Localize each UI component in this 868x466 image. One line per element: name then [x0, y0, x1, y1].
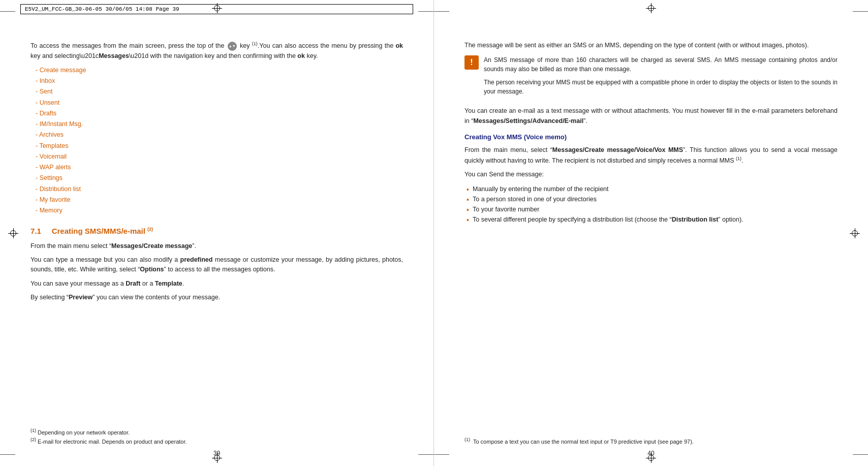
- warning-line2: The person receiving your MMS must be eq…: [484, 78, 838, 96]
- right-footnote-1: (1) To compose a text you can use the no…: [464, 437, 838, 446]
- menu-item-sent: Sent: [30, 86, 403, 97]
- warning-box: ! An SMS message of more than 160 charac…: [464, 55, 838, 100]
- menu-item-distribution: Distribution list: [30, 184, 403, 195]
- reg-mark-top: [212, 3, 222, 13]
- section-sup: (2): [147, 227, 153, 232]
- menu-item-drafts: Drafts: [30, 108, 403, 119]
- footnote-1: (1) Depending on your network operator.: [30, 427, 403, 437]
- edge-mark-bottom-left: [0, 454, 15, 455]
- menu-item-archives: Archives: [30, 130, 403, 140]
- menu-item-unsent: Unsent: [30, 98, 403, 108]
- warning-line1: An SMS message of more than 160 characte…: [484, 55, 838, 74]
- menu-item-wap: WAP alerts: [30, 162, 403, 173]
- right-footnotes: (1) To compose a text you can use the no…: [464, 437, 838, 446]
- send-bullets: Manually by entering the number of the r…: [464, 184, 838, 225]
- reg-mark-bottom-right: [646, 453, 656, 463]
- bullet-item-4: To several different people by specifyin…: [464, 214, 838, 225]
- left-page: E5V2_UM_FCC-GB_30-06-05 30/06/05 14:08 P…: [0, 0, 434, 466]
- right-edge-top-left: [434, 11, 449, 12]
- fn1-text: Depending on your network operator.: [38, 429, 130, 435]
- menu-item-im: IM/Instant Msg.: [30, 119, 403, 130]
- page-spread: E5V2_UM_FCC-GB_30-06-05 30/06/05 14:08 P…: [0, 0, 868, 466]
- reg-mark-right-center: [850, 228, 860, 238]
- menu-item-create-message: Create message: [30, 65, 403, 76]
- preview-para: By selecting “Preview” you can view the …: [30, 293, 403, 302]
- reg-mark-bottom-left: [212, 453, 222, 463]
- menu-item-favorite: My favorite: [30, 195, 403, 205]
- vox-para: From the main menu, select “Messages/Cre…: [464, 145, 838, 166]
- warning-icon-text: !: [470, 56, 473, 69]
- bullet-item-1: Manually by entering the number of the r…: [464, 184, 838, 194]
- menu-item-settings: Settings: [30, 173, 403, 183]
- header-text: E5V2_UM_FCC-GB_30-06-05 30/06/05 14:08 P…: [25, 6, 179, 12]
- fn2-text: E-mail for electronic mail. Depends on p…: [38, 439, 187, 445]
- bullet-item-2: To a person stored in one of your direct…: [464, 194, 838, 204]
- right-content: The message will be sent as either an SM…: [464, 41, 838, 225]
- footnote-2: (2) E-mail for electronic mail. Depends …: [30, 437, 403, 446]
- right-edge-bottom-right: [853, 454, 868, 455]
- warning-icon: !: [464, 55, 479, 70]
- menu-list: Create message Inbox Sent Unsent Drafts …: [30, 65, 403, 216]
- left-content: To access the messages from the main scr…: [30, 41, 403, 303]
- left-footnotes: (1) Depending on your network operator. …: [30, 427, 403, 446]
- right-edge-top-right: [853, 11, 868, 12]
- section-title: Creating SMS/MMS/e-mail: [52, 227, 145, 235]
- intro-text1: To access the messages from the main scr…: [30, 42, 224, 49]
- reg-mark-left-center: [8, 228, 18, 238]
- section-num: 7.1: [30, 227, 41, 235]
- nav-icon: ▲▼: [228, 42, 237, 51]
- edge-mark-top-right: [418, 11, 433, 12]
- save-para: You can save your message as a Draft or …: [30, 279, 403, 289]
- intro-paragraph: To access the messages from the main scr…: [30, 41, 403, 61]
- from-menu-para: From the main menu select “Messages/Crea…: [30, 241, 403, 251]
- right-fn1-num: (1): [464, 437, 470, 442]
- email-para: You can create an e-mail as a text messa…: [464, 106, 838, 126]
- right-fn1-text: To compose a text you can use the normal…: [473, 439, 694, 445]
- reg-mark-top-right: [646, 3, 656, 13]
- fn2-num: (2): [30, 437, 36, 442]
- right-page: The message will be sent as either an SM…: [434, 0, 868, 466]
- right-edge-bottom-left: [434, 454, 449, 455]
- menu-item-templates: Templates: [30, 141, 403, 151]
- menu-item-voicemail: Voicemail: [30, 151, 403, 162]
- fn1-num: (1): [30, 428, 36, 433]
- sms-mms-para: The message will be sent as either an SM…: [464, 41, 838, 50]
- send-label: You can Send the message:: [464, 170, 838, 179]
- modify-para: You can type a message but you can also …: [30, 255, 403, 275]
- edge-mark-bottom-right: [418, 454, 433, 455]
- menu-item-memory: Memory: [30, 205, 403, 216]
- bullet-item-3: To your favorite number: [464, 204, 838, 214]
- edge-mark-top-left: [0, 11, 15, 12]
- menu-item-inbox: Inbox: [30, 76, 403, 86]
- warning-text-block: An SMS message of more than 160 characte…: [484, 55, 838, 100]
- section-71-heading: 7.1 Creating SMS/MMS/e-mail (2): [30, 225, 403, 237]
- vox-heading: Creating Vox MMS (Voice memo): [464, 132, 838, 142]
